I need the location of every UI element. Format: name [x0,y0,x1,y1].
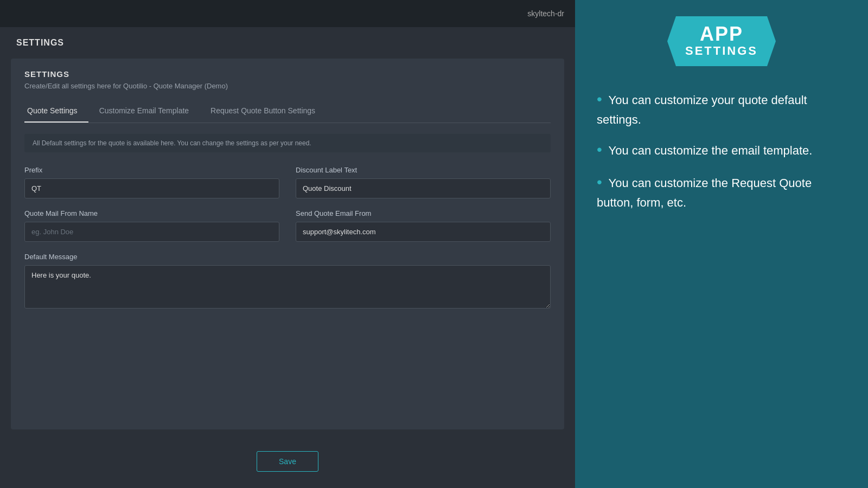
info-banner: All Default settings for the quote is av… [24,134,551,152]
default-message-label: Default Message [24,253,551,261]
top-bar: skyltech-dr [0,0,575,27]
discount-label-input[interactable] [296,178,551,198]
form-group-prefix: Prefix [24,166,279,198]
right-panel: APP SETTINGS • You can customize your qu… [575,0,868,488]
form-row-2: Quote Mail From Name Send Quote Email Fr… [24,209,551,242]
left-panel: skyltech-dr SETTINGS SETTINGS Create/Edi… [0,0,575,488]
page-title-area: SETTINGS [0,27,575,53]
main-card: SETTINGS Create/Edit all settings here f… [11,59,564,429]
prefix-label: Prefix [24,166,279,174]
feature-text-3: You can customize the Request Quote butt… [597,176,812,209]
send-email-from-label: Send Quote Email From [296,209,551,217]
bullet-2: • [597,141,602,158]
mail-from-input[interactable] [24,222,279,242]
tabs-bar: Quote Settings Customize Email Template … [24,101,551,123]
discount-label-label: Discount Label Text [296,166,551,174]
form-group-send-email-from: Send Quote Email From [296,209,551,242]
feature-item-1: • You can customize your quote default s… [597,88,846,129]
logo-badge: APP SETTINGS [667,16,776,66]
tab-quote-settings[interactable]: Quote Settings [24,101,88,123]
bullet-3: • [597,174,602,190]
form-group-discount-label: Discount Label Text [296,166,551,198]
mail-from-label: Quote Mail From Name [24,209,279,217]
bullet-1: • [597,91,602,107]
logo-app-text: APP [700,24,743,44]
feature-item-2: • You can customize the email template. [597,138,846,161]
tab-request-quote-button[interactable]: Request Quote Button Settings [208,101,326,123]
prefix-input[interactable] [24,178,279,198]
save-button-area: Save [0,440,575,488]
feature-text-2: You can customize the email template. [609,144,813,157]
app-logo: APP SETTINGS [667,16,776,66]
send-email-from-input[interactable] [296,222,551,242]
form-row-1: Prefix Discount Label Text [24,166,551,198]
features-list: • You can customize your quote default s… [597,88,846,221]
card-subtitle: Create/Edit all settings here for Quotil… [24,82,551,90]
default-message-input[interactable] [24,265,551,309]
tab-customize-email[interactable]: Customize Email Template [97,101,200,123]
form-group-mail-from: Quote Mail From Name [24,209,279,242]
save-button[interactable]: Save [257,451,318,472]
feature-item-3: • You can customize the Request Quote bu… [597,171,846,211]
form-group-default-message: Default Message [24,253,551,309]
feature-text-1: You can customize your quote default set… [597,93,807,126]
card-title: SETTINGS [24,69,551,79]
logo-settings-text: SETTINGS [685,44,758,58]
page-title: SETTINGS [16,38,559,48]
username-display: skyltech-dr [527,9,564,18]
